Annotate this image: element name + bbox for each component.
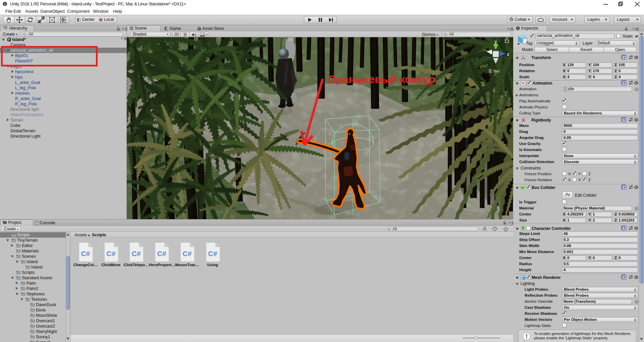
svg-text:?: ? <box>624 118 626 122</box>
svg-text:C#: C# <box>208 250 217 257</box>
svg-text:?: ? <box>624 276 626 279</box>
svg-text:C#: C# <box>81 250 90 257</box>
svg-text:y: y <box>495 39 497 44</box>
svg-text:C#: C# <box>132 250 141 257</box>
svg-text:C#: C# <box>183 250 192 257</box>
svg-text:z: z <box>507 52 509 57</box>
svg-text:?: ? <box>624 82 626 85</box>
svg-text:i: i <box>518 27 519 30</box>
svg-text:☰ Iso: ☰ Iso <box>488 68 499 74</box>
svg-text:?: ? <box>624 56 626 59</box>
svg-text:Ораньжевый контур: Ораньжевый контур <box>328 73 435 85</box>
svg-text:C#: C# <box>107 250 116 257</box>
svg-text:?: ? <box>624 227 626 230</box>
svg-text:?: ? <box>624 186 626 189</box>
svg-text:C#: C# <box>157 250 166 257</box>
